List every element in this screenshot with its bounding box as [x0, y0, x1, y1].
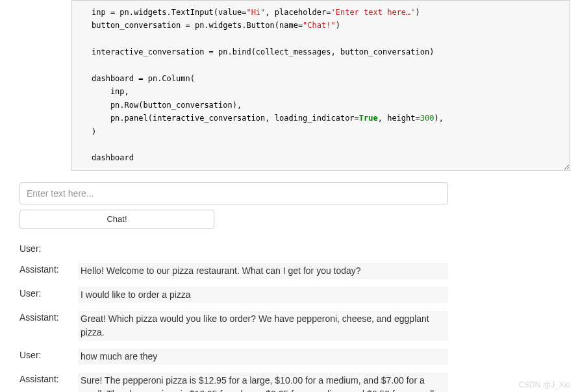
- conversation-row: Assistant: Sure! The pepperoni pizza is …: [19, 373, 559, 392]
- dashboard-panel: Chat! User: Assistant: Hello! Welcome to…: [19, 182, 559, 392]
- role-label: User:: [19, 287, 78, 300]
- message-text: I would like to order a pizza: [78, 287, 448, 303]
- conversation-row: User: I would like to order a pizza: [19, 287, 559, 303]
- conversation-row: Assistant: Hello! Welcome to our pizza r…: [19, 263, 559, 279]
- role-label: Assistant:: [19, 263, 78, 276]
- role-label: User:: [19, 242, 78, 255]
- message-text: [78, 242, 84, 254]
- conversation-row: Assistant: Great! Which pizza would you …: [19, 311, 559, 341]
- text-input[interactable]: [19, 182, 448, 204]
- conversation-panel: User: Assistant: Hello! Welcome to our p…: [19, 242, 559, 392]
- role-label: Assistant:: [19, 373, 78, 386]
- message-text: how much are they: [78, 349, 448, 365]
- watermark: CSDN @J_Xio: [518, 380, 570, 389]
- conversation-row: User:: [19, 242, 559, 255]
- chat-button[interactable]: Chat!: [19, 210, 214, 229]
- conversation-row: User: how much are they: [19, 349, 559, 365]
- code-cell[interactable]: inp = pn.widgets.TextInput(value="Hi", p…: [71, 0, 570, 171]
- message-text: Sure! The pepperoni pizza is $12.95 for …: [78, 373, 448, 392]
- message-text: Great! Which pizza would you like to ord…: [78, 311, 448, 341]
- role-label: Assistant:: [19, 311, 78, 324]
- role-label: User:: [19, 349, 78, 361]
- message-text: Hello! Welcome to our pizza restaurant. …: [78, 263, 448, 279]
